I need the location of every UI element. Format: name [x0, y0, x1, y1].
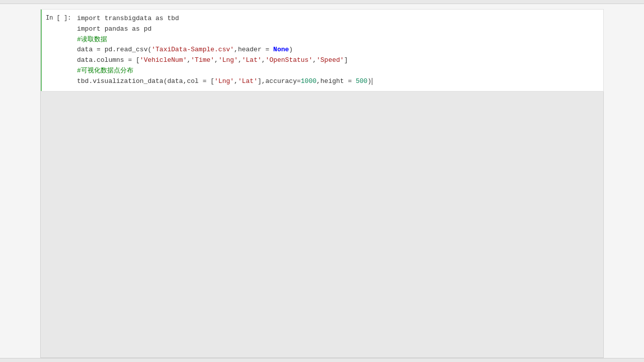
code-line-3: #读取数据 [77, 35, 598, 45]
code-cell[interactable]: In [ ]: import transbigdata as tbd impor… [40, 9, 604, 92]
notebook-container: In [ ]: import transbigdata as tbd impor… [0, 4, 644, 362]
text-cursor [372, 78, 372, 85]
code-line-2: import pandas as pd [77, 24, 598, 35]
code-line-7: tbd.visualization_data(data,col = ['Lng'… [77, 76, 598, 87]
cell-input-area: In [ ]: import transbigdata as tbd impor… [41, 10, 603, 91]
cell-code[interactable]: import transbigdata as tbd import pandas… [77, 10, 603, 91]
code-line-4: data = pd.read_csv('TaxiData-Sample.csv'… [77, 45, 598, 55]
cell-output-area [40, 92, 604, 358]
code-line-1: import transbigdata as tbd [77, 14, 598, 24]
cell-label: In [ ]: [42, 10, 77, 91]
code-line-6: #可视化数据点分布 [77, 66, 598, 76]
bottom-bar [0, 358, 644, 362]
top-bar [0, 0, 644, 4]
code-line-5: data.columns = ['VehicleNum','Time','Lng… [77, 55, 598, 66]
